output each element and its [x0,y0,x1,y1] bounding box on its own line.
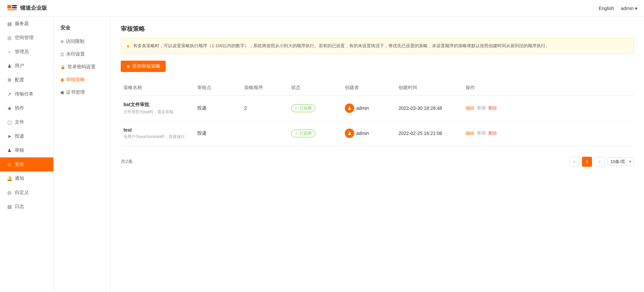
secondary-sidebar: 安全 ⊘ 访问限制 ◫ 水印设置 🔒 登录密码设置 ▣ 审核策略 ▣ 证书管理 [54,17,111,292]
secondary-item-cert[interactable]: ▣ 证书管理 [54,86,110,99]
access-icon: ⊘ [60,39,64,44]
prev-page-button[interactable]: ‹ [569,157,579,167]
password-icon: 🔒 [60,65,65,69]
sidebar-item-notify[interactable]: 🔔 通知 [0,171,53,186]
sidebar-label-collab: 协作 [15,105,24,111]
user-icon: ♟ [7,63,12,69]
status-cell-2: ✓ 已启用 [288,128,342,139]
policy-name-1: bat文件审批 [123,102,192,108]
sidebar-label-space: 空间管理 [15,35,34,41]
page-1-button[interactable]: 1 [582,157,592,167]
sidebar-label-log: 日志 [15,204,24,210]
add-btn-label: 添加审核策略 [132,63,160,69]
logo-icon [7,3,17,14]
sidebar-item-security[interactable]: ⊙ 安全 [0,157,53,171]
disable-link-1[interactable]: 禁用 [477,105,486,111]
sidebar: ▤ 服务器 ◎ 空间管理 ○ 管理员 ♟ 用户 ⚙ 配置 ↗ 传输任务 ◈ 协作… [0,17,54,292]
sidebar-label-config: 配置 [15,77,24,83]
sidebar-item-config[interactable]: ⚙ 配置 [0,73,53,87]
add-icon: ⊕ [126,64,130,69]
admin-menu[interactable]: admin ▾ [621,6,637,11]
table-row: test 当用户为wuchunxiao时，直接放行 投递 ✓ 已启用 ♟ adm… [121,121,634,146]
col-name: 策略名称 [121,83,195,92]
avatar-2: ♟ [345,129,354,138]
avatar-1: ♟ [345,103,354,113]
created-time-2: 2022-02-25 16:21:08 [396,129,463,137]
status-badge-1: ✓ 已启用 [291,104,315,112]
secondary-item-password[interactable]: 🔒 登录密码设置 [54,61,110,73]
sidebar-item-space[interactable]: ◎ 空间管理 [0,31,53,45]
creator-cell-1: ♟ admin [342,102,396,114]
main-content: 审核策略 ● 有多条策略时，可以设置策略执行顺序（1-100以内的数字），系统将… [111,17,644,292]
sidebar-item-transfer[interactable]: ↗ 传输任务 [0,87,53,101]
col-time: 创建时间 [396,83,463,92]
creator-name-2: admin [356,131,369,136]
status-badge-2: ✓ 已启用 [291,130,315,137]
sidebar-item-log[interactable]: ▤ 日志 [0,200,53,214]
sidebar-label-file: 文件 [15,119,24,125]
warning-icon: ● [126,43,130,49]
col-creator: 创建者 [342,83,396,92]
cert-icon: ▣ [60,90,64,95]
secondary-label-watermark: 水印设置 [66,51,85,57]
sidebar-label-admin: 管理员 [15,49,29,55]
warning-text: 有多条策略时，可以设置策略执行顺序（1-100以内的数字），系统将按照从小到大的… [133,43,550,50]
sidebar-item-deliver[interactable]: ➤ 投递 [0,129,53,143]
notify-icon: 🔔 [7,176,12,181]
secondary-label-audit: 审核策略 [66,77,85,83]
sidebar-label-notify: 通知 [15,175,24,181]
page-size-select[interactable]: 10条/页 20条/页 50条/页 [607,157,634,166]
action-links-1: 编辑 禁用 删除 [463,104,517,113]
transfer-icon: ↗ [7,91,12,97]
secondary-item-access[interactable]: ⊘ 访问限制 [54,35,110,48]
language-switcher[interactable]: English [599,6,614,11]
admin-icon: ○ [7,49,12,55]
creator-name-1: admin [356,105,369,111]
avatar-icon-2: ♟ [347,131,352,136]
svg-rect-1 [12,5,17,6]
secondary-sidebar-title: 安全 [54,22,110,35]
sidebar-label-review: 审核 [15,147,24,153]
logo-text: 镭速企业版 [20,5,47,12]
check-icon-1: ✓ [295,106,298,111]
delete-link-2[interactable]: 删除 [488,130,497,136]
edit-link-2[interactable]: 编辑 [466,130,474,136]
header-right: English admin ▾ [599,6,637,11]
main-layout: ▤ 服务器 ◎ 空间管理 ○ 管理员 ♟ 用户 ⚙ 配置 ↗ 传输任务 ◈ 协作… [0,17,644,292]
policy-desc-2: 当用户为wuchunxiao时，直接放行 [123,134,192,140]
delete-link-1[interactable]: 删除 [488,105,497,111]
review-icon: ♟ [7,148,12,153]
sidebar-item-review[interactable]: ♟ 审核 [0,143,53,157]
policy-name-cell: bat文件审批 文件类型为bat时，需走审核 [121,100,195,116]
warning-box: ● 有多条策略时，可以设置策略执行顺序（1-100以内的数字），系统将按照从小到… [121,38,634,54]
sidebar-label-security: 安全 [15,161,24,167]
audit-icon: ▣ [60,77,64,82]
secondary-item-audit[interactable]: ▣ 审核策略 [54,73,110,86]
sidebar-item-file[interactable]: ▢ 文件 [0,115,53,129]
secondary-item-watermark[interactable]: ◫ 水印设置 [54,48,110,61]
sidebar-item-admin[interactable]: ○ 管理员 [0,45,53,59]
svg-rect-2 [12,7,17,8]
secondary-label-password: 登录密码设置 [67,64,96,70]
col-status: 状态 [288,83,342,92]
edit-link-1[interactable]: 编辑 [466,105,474,111]
admin-username: admin [621,6,634,11]
audit-point-1: 投递 [195,104,241,113]
next-page-button[interactable]: › [595,157,605,167]
page-size-wrapper: 10条/页 20条/页 50条/页 [607,157,634,166]
sidebar-label-user: 用户 [15,63,24,69]
add-policy-button[interactable]: ⊕ 添加审核策略 [121,61,166,72]
pagination: 共2条 ‹ 1 › 10条/页 20条/页 50条/页 [121,154,634,169]
col-action: 操作 [463,83,517,92]
sidebar-item-collab[interactable]: ◈ 协作 [0,101,53,115]
action-links-2: 编辑 禁用 删除 [463,129,517,138]
header: 镭速企业版 English admin ▾ [0,0,644,17]
order-2 [241,132,288,135]
sidebar-item-user[interactable]: ♟ 用户 [0,59,53,73]
sidebar-item-server[interactable]: ▤ 服务器 [0,17,53,31]
security-icon: ⊙ [7,162,12,167]
disable-link-2[interactable]: 禁用 [477,130,486,136]
avatar-icon-1: ♟ [347,105,352,111]
svg-rect-0 [7,5,11,8]
sidebar-item-custom[interactable]: ◎ 自定义 [0,186,53,200]
